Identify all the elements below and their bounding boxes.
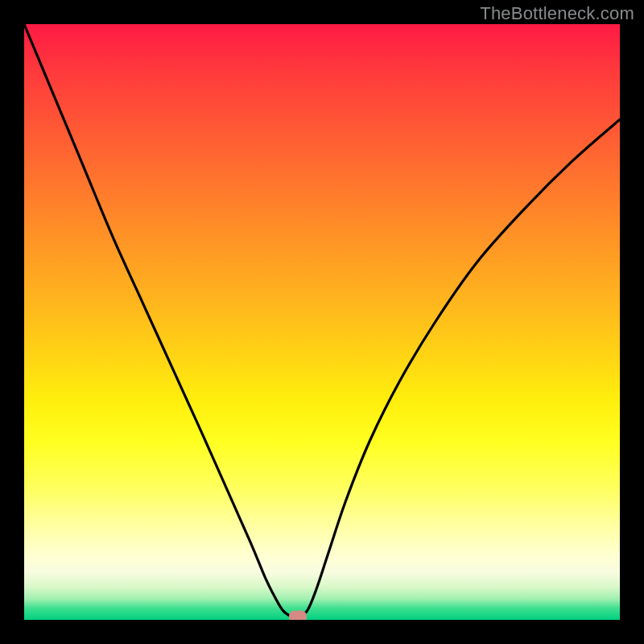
bottleneck-curve: [24, 24, 620, 620]
optimal-point-marker: [289, 611, 307, 620]
watermark-text: TheBottleneck.com: [480, 3, 634, 24]
chart-frame: TheBottleneck.com: [0, 0, 644, 644]
plot-area: [24, 24, 620, 620]
